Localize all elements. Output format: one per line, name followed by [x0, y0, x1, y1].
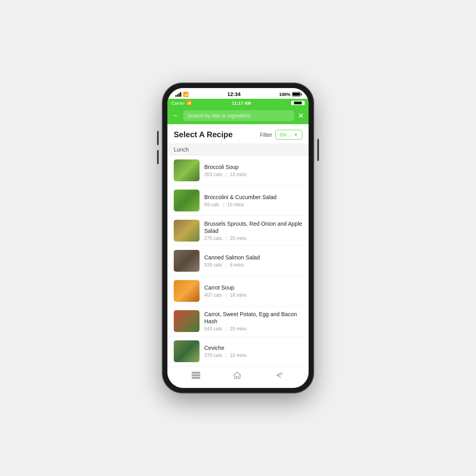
recipe-item[interactable]: Carrot Soup 407 cals | 18 mins	[167, 276, 309, 306]
system-status-bar: 📶 12:34 100%	[167, 88, 309, 99]
recipe-name: Canned Salmon Salad	[204, 254, 302, 261]
recipe-info: Broccoli Soup 203 cals | 15 mins	[204, 163, 302, 177]
recipe-meta: 643 cals | 20 mins	[204, 326, 302, 332]
volume-up-button[interactable]	[157, 131, 159, 145]
recipe-list-container: Select A Recipe Filter On ... ▼ Lunch Br…	[167, 124, 309, 366]
recipe-info: Broccolini & Cucumber Salad 69 cals | 10…	[204, 194, 302, 207]
search-input[interactable]: Search by title or ingredient	[183, 110, 294, 121]
carrier-info: Carrier 📶	[171, 100, 192, 106]
recipe-item[interactable]: Carrot, Sweet Potato, Egg and Bacon Hash…	[167, 306, 309, 336]
meta-separator: |	[225, 326, 226, 332]
carrier-bar: Carrier 📶 11:17 AM	[167, 99, 309, 107]
recipe-item[interactable]: Brussels Sprouts, Red Onion and Apple Sa…	[167, 216, 309, 246]
recipe-meta: 535 cals | 8 mins	[204, 262, 302, 268]
recipe-thumbnail	[174, 280, 200, 302]
home-nav-button[interactable]	[232, 370, 242, 382]
recipe-meta: 69 cals | 10 mins	[204, 202, 302, 207]
power-button[interactable]	[317, 139, 319, 161]
recipe-meta: 370 cals | 10 mins	[204, 353, 302, 358]
meta-separator: |	[223, 202, 224, 207]
recipe-name: Brussels Sprouts, Red Onion and Apple Sa…	[204, 220, 302, 234]
meta-separator: |	[225, 262, 226, 268]
recipe-calories: 535 cals	[204, 262, 222, 268]
recipe-info: Brussels Sprouts, Red Onion and Apple Sa…	[204, 220, 302, 241]
volume-down-button[interactable]	[157, 150, 159, 164]
recipe-calories: 407 cals	[204, 292, 222, 298]
recipe-list: Broccoli Soup 203 cals | 15 mins Broccol…	[167, 155, 309, 366]
recipe-thumbnail	[174, 310, 200, 332]
recipe-name: Broccoli Soup	[204, 163, 302, 171]
recipe-thumbnail	[174, 159, 200, 181]
signal-icon	[175, 92, 181, 97]
page-title: Select A Recipe	[174, 130, 233, 139]
back-button[interactable]: ←	[172, 111, 179, 120]
meta-separator: |	[225, 172, 226, 177]
phone-screen: 📶 12:34 100% Carrier 📶 11:17 AM	[167, 88, 309, 388]
recipe-name: Carrot Soup	[204, 284, 302, 291]
filter-area: Filter On ... ▼	[260, 130, 302, 140]
chevron-down-icon: ▼	[294, 132, 298, 137]
clear-search-button[interactable]: ✕	[298, 111, 304, 120]
filter-label: Filter	[260, 132, 272, 138]
filter-value: On ...	[280, 132, 292, 138]
bottom-navigation	[167, 366, 309, 388]
meta-separator: |	[225, 353, 226, 358]
battery-area: 100%	[279, 92, 301, 97]
svg-rect-0	[192, 372, 200, 373]
carrier-name: Carrier	[171, 101, 185, 106]
title-bar: Select A Recipe Filter On ... ▼	[167, 124, 309, 144]
recipe-time: 8 mins	[230, 262, 244, 268]
search-bar: ← Search by title or ingredient ✕	[167, 107, 309, 124]
recipe-item[interactable]: Broccolini & Cucumber Salad 69 cals | 10…	[167, 186, 309, 216]
recipe-time: 15 mins	[230, 172, 247, 177]
signal-area: 📶	[175, 92, 189, 97]
recipe-info: Ceviche 370 cals | 10 mins	[204, 344, 302, 358]
recipe-meta: 203 cals | 15 mins	[204, 172, 302, 177]
recipe-item[interactable]: Ceviche 370 cals | 10 mins	[167, 336, 309, 366]
recipe-calories: 275 cals	[204, 236, 222, 241]
recipe-item[interactable]: Canned Salmon Salad 535 cals | 8 mins	[167, 246, 309, 276]
battery-percent: 100%	[279, 92, 290, 97]
svg-rect-2	[192, 377, 200, 378]
recipe-name: Ceviche	[204, 344, 302, 351]
lunch-section-header: Lunch	[167, 144, 309, 155]
phone-frame: 📶 12:34 100% Carrier 📶 11:17 AM	[163, 83, 313, 393]
recipe-item[interactable]: Broccoli Soup 203 cals | 15 mins	[167, 155, 309, 186]
recipe-meta: 407 cals | 18 mins	[204, 292, 302, 298]
battery-icon	[292, 92, 301, 96]
recipe-calories: 643 cals	[204, 326, 222, 332]
recipe-thumbnail	[174, 250, 200, 272]
recipe-meta: 275 cals | 25 mins	[204, 236, 302, 241]
recipe-info: Carrot Soup 407 cals | 18 mins	[204, 284, 302, 298]
carrier-battery	[291, 101, 305, 105]
carrier-wifi-icon: 📶	[186, 100, 192, 106]
recipe-name: Broccolini & Cucumber Salad	[204, 194, 302, 201]
recipe-info: Carrot, Sweet Potato, Egg and Bacon Hash…	[204, 311, 302, 332]
recipe-calories: 203 cals	[204, 172, 222, 177]
recipe-time: 20 mins	[230, 326, 247, 332]
svg-rect-1	[192, 375, 200, 376]
meta-separator: |	[225, 292, 226, 298]
recipe-calories: 69 cals	[204, 202, 219, 207]
recipe-time: 18 mins	[230, 292, 247, 298]
recipe-name: Carrot, Sweet Potato, Egg and Bacon Hash	[204, 311, 302, 325]
recipe-thumbnail	[174, 340, 200, 362]
meta-separator: |	[225, 236, 226, 241]
carrier-time: 11:17 AM	[232, 101, 251, 106]
wifi-icon: 📶	[183, 92, 189, 97]
recipe-time: 25 mins	[230, 236, 247, 241]
recipe-info: Canned Salmon Salad 535 cals | 8 mins	[204, 254, 302, 268]
system-time: 12:34	[227, 91, 240, 97]
recipe-calories: 370 cals	[204, 353, 222, 358]
recipe-thumbnail	[174, 190, 200, 211]
recipe-thumbnail	[174, 220, 200, 242]
back-nav-button[interactable]	[274, 371, 285, 382]
filter-button[interactable]: On ... ▼	[275, 130, 302, 140]
recipe-time: 10 mins	[230, 353, 247, 358]
recipe-time: 10 mins	[227, 202, 244, 207]
menu-nav-button[interactable]	[191, 371, 201, 382]
